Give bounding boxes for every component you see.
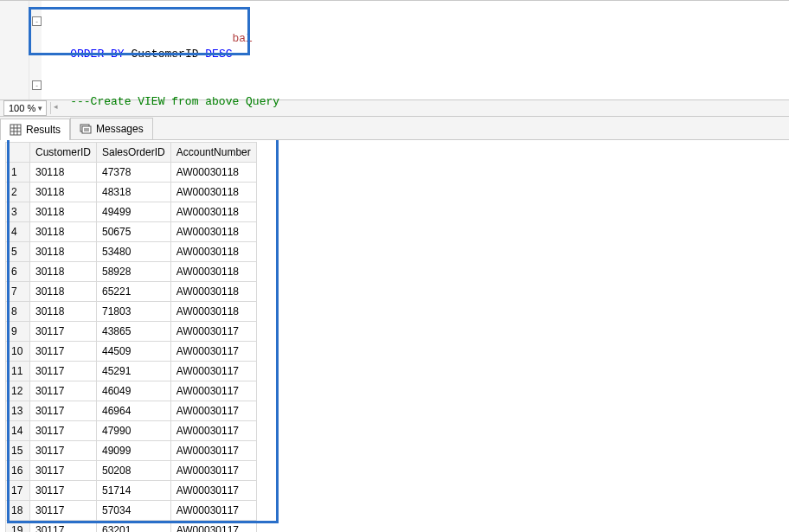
cell-accountnumber[interactable]: AW00030118 bbox=[170, 282, 256, 302]
row-number[interactable]: 11 bbox=[6, 362, 30, 381]
cell-accountnumber[interactable]: AW00030117 bbox=[170, 421, 256, 441]
cell-salesorderid[interactable]: 48318 bbox=[97, 183, 171, 202]
cell-salesorderid[interactable]: 51714 bbox=[97, 481, 171, 501]
cell-accountnumber[interactable]: AW00030118 bbox=[170, 183, 256, 202]
cell-salesorderid[interactable]: 43865 bbox=[97, 322, 171, 342]
cell-accountnumber[interactable]: AW00030118 bbox=[170, 262, 256, 282]
cell-accountnumber[interactable]: AW00030117 bbox=[170, 441, 256, 461]
cell-accountnumber[interactable]: AW00030118 bbox=[170, 222, 256, 242]
row-header-corner[interactable] bbox=[6, 143, 30, 163]
cell-customerid[interactable]: 30117 bbox=[30, 342, 97, 362]
cell-accountnumber[interactable]: AW00030118 bbox=[170, 242, 256, 262]
table-row[interactable]: 19 30117 63201 AW00030117 bbox=[6, 521, 257, 533]
row-number[interactable]: 7 bbox=[6, 282, 30, 302]
cell-salesorderid[interactable]: 47378 bbox=[97, 163, 171, 183]
cell-salesorderid[interactable]: 44509 bbox=[97, 342, 171, 362]
tab-messages[interactable]: Messages bbox=[70, 118, 153, 139]
cell-salesorderid[interactable]: 46049 bbox=[97, 381, 171, 401]
table-row[interactable]: 16 30117 50208 AW00030117 bbox=[6, 461, 257, 481]
row-number[interactable]: 16 bbox=[6, 461, 30, 481]
cell-customerid[interactable]: 30117 bbox=[30, 381, 97, 401]
cell-accountnumber[interactable]: AW00030118 bbox=[170, 302, 256, 322]
cell-customerid[interactable]: 30118 bbox=[30, 302, 97, 322]
row-number[interactable]: 1 bbox=[6, 163, 30, 183]
row-number[interactable]: 12 bbox=[6, 381, 30, 401]
row-number[interactable]: 18 bbox=[6, 501, 30, 521]
row-number[interactable]: 17 bbox=[6, 481, 30, 501]
table-row[interactable]: 4 30118 50675 AW00030118 bbox=[6, 222, 257, 242]
cell-customerid[interactable]: 30118 bbox=[30, 163, 97, 183]
column-header-accountnumber[interactable]: AccountNumber bbox=[170, 143, 256, 163]
fold-toggle-icon[interactable]: - bbox=[32, 80, 42, 90]
cell-accountnumber[interactable]: AW00030117 bbox=[170, 401, 256, 421]
cell-accountnumber[interactable]: AW00030117 bbox=[170, 342, 256, 362]
column-header-salesorderid[interactable]: SalesOrderID bbox=[97, 143, 171, 163]
cell-customerid[interactable]: 30117 bbox=[30, 461, 97, 481]
cell-salesorderid[interactable]: 63201 bbox=[97, 521, 171, 533]
cell-customerid[interactable]: 30117 bbox=[30, 521, 97, 533]
table-row[interactable]: 13 30117 46964 AW00030117 bbox=[6, 401, 257, 421]
table-row[interactable]: 7 30118 65221 AW00030118 bbox=[6, 282, 257, 302]
cell-customerid[interactable]: 30117 bbox=[30, 421, 97, 441]
column-header-customerid[interactable]: CustomerID bbox=[30, 143, 97, 163]
row-number[interactable]: 2 bbox=[6, 183, 30, 202]
sql-editor[interactable]: - - SELECT * FROM ##test_global ORDER BY… bbox=[0, 0, 789, 100]
tab-results[interactable]: Results bbox=[0, 119, 70, 140]
cell-customerid[interactable]: 30117 bbox=[30, 322, 97, 342]
cell-salesorderid[interactable]: 65221 bbox=[97, 282, 171, 302]
fold-toggle-icon[interactable]: - bbox=[32, 16, 42, 26]
row-number[interactable]: 14 bbox=[6, 421, 30, 441]
table-row[interactable]: 10 30117 44509 AW00030117 bbox=[6, 342, 257, 362]
cell-accountnumber[interactable]: AW00030117 bbox=[170, 362, 256, 381]
cell-customerid[interactable]: 30118 bbox=[30, 222, 97, 242]
row-number[interactable]: 4 bbox=[6, 222, 30, 242]
cell-salesorderid[interactable]: 45291 bbox=[97, 362, 171, 381]
results-grid[interactable]: CustomerID SalesOrderID AccountNumber 1 … bbox=[5, 142, 257, 532]
cell-salesorderid[interactable]: 49499 bbox=[97, 202, 171, 222]
row-number[interactable]: 15 bbox=[6, 441, 30, 461]
zoom-dropdown[interactable]: 100 % ▼ bbox=[3, 100, 47, 116]
row-number[interactable]: 19 bbox=[6, 521, 30, 533]
cell-salesorderid[interactable]: 47990 bbox=[97, 421, 171, 441]
row-number[interactable]: 6 bbox=[6, 262, 30, 282]
row-number[interactable]: 8 bbox=[6, 302, 30, 322]
cell-customerid[interactable]: 30118 bbox=[30, 242, 97, 262]
cell-accountnumber[interactable]: AW00030117 bbox=[170, 322, 256, 342]
table-row[interactable]: 11 30117 45291 AW00030117 bbox=[6, 362, 257, 381]
table-row[interactable]: 17 30117 51714 AW00030117 bbox=[6, 481, 257, 501]
cell-accountnumber[interactable]: AW00030118 bbox=[170, 202, 256, 222]
table-row[interactable]: 14 30117 47990 AW00030117 bbox=[6, 421, 257, 441]
cell-accountnumber[interactable]: AW00030117 bbox=[170, 521, 256, 533]
cell-accountnumber[interactable]: AW00030117 bbox=[170, 461, 256, 481]
cell-customerid[interactable]: 30117 bbox=[30, 401, 97, 421]
cell-salesorderid[interactable]: 53480 bbox=[97, 242, 171, 262]
cell-accountnumber[interactable]: AW00030118 bbox=[170, 163, 256, 183]
row-number[interactable]: 9 bbox=[6, 322, 30, 342]
table-row[interactable]: 2 30118 48318 AW00030118 bbox=[6, 183, 257, 202]
cell-customerid[interactable]: 30117 bbox=[30, 441, 97, 461]
table-row[interactable]: 9 30117 43865 AW00030117 bbox=[6, 322, 257, 342]
row-number[interactable]: 5 bbox=[6, 242, 30, 262]
cell-customerid[interactable]: 30117 bbox=[30, 362, 97, 381]
cell-accountnumber[interactable]: AW00030117 bbox=[170, 481, 256, 501]
cell-customerid[interactable]: 30117 bbox=[30, 501, 97, 521]
cell-salesorderid[interactable]: 49099 bbox=[97, 441, 171, 461]
cell-salesorderid[interactable]: 58928 bbox=[97, 262, 171, 282]
cell-customerid[interactable]: 30118 bbox=[30, 262, 97, 282]
row-number[interactable]: 10 bbox=[6, 342, 30, 362]
table-row[interactable]: 15 30117 49099 AW00030117 bbox=[6, 441, 257, 461]
cell-accountnumber[interactable]: AW00030117 bbox=[170, 501, 256, 521]
table-row[interactable]: 8 30118 71803 AW00030118 bbox=[6, 302, 257, 322]
table-row[interactable]: 12 30117 46049 AW00030117 bbox=[6, 381, 257, 401]
table-row[interactable]: 6 30118 58928 AW00030118 bbox=[6, 262, 257, 282]
cell-salesorderid[interactable]: 57034 bbox=[97, 501, 171, 521]
table-row[interactable]: 1 30118 47378 AW00030118 bbox=[6, 163, 257, 183]
row-number[interactable]: 3 bbox=[6, 202, 30, 222]
cell-salesorderid[interactable]: 50208 bbox=[97, 461, 171, 481]
sql-line-2[interactable]: ORDER BY CustomerID DESC bbox=[43, 31, 233, 78]
cell-customerid[interactable]: 30117 bbox=[30, 481, 97, 501]
cell-salesorderid[interactable]: 46964 bbox=[97, 401, 171, 421]
row-number[interactable]: 13 bbox=[6, 401, 30, 421]
table-row[interactable]: 5 30118 53480 AW00030118 bbox=[6, 242, 257, 262]
cell-customerid[interactable]: 30118 bbox=[30, 183, 97, 202]
